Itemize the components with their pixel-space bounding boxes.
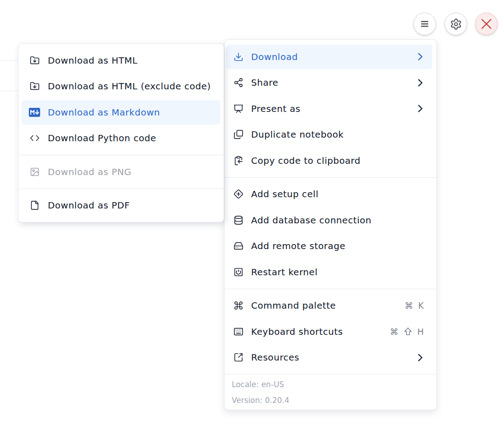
diamond-plus-icon <box>234 189 243 199</box>
menu-item-present-as[interactable]: Present as <box>226 96 432 122</box>
menu-item-label: Command palette <box>251 300 405 311</box>
keyboard-icon <box>234 327 243 337</box>
close-button[interactable] <box>475 13 498 35</box>
menu-item-copy-code-to-clipboard[interactable]: Copy code to clipboard <box>226 148 432 174</box>
download-icon <box>234 52 243 62</box>
file-icon <box>30 200 40 210</box>
chevron-right-icon <box>417 105 424 112</box>
menu-separator <box>225 289 436 289</box>
database-icon <box>234 215 243 225</box>
menu-item-label: Download as HTML (exclude code) <box>48 81 214 92</box>
menu-item-label: Add setup cell <box>251 189 424 199</box>
menu-item-label: Add remote storage <box>251 240 424 251</box>
menu-item-download-as-html[interactable]: Download as HTML <box>22 47 220 74</box>
menu-item-label: Resources <box>251 352 417 363</box>
x-icon <box>481 18 492 30</box>
copy-icon <box>234 130 243 139</box>
menu-item-label: Share <box>251 77 417 88</box>
image-icon <box>30 167 40 177</box>
hamburger-icon <box>419 18 430 29</box>
hard-drive-icon <box>234 241 243 251</box>
chevron-right-icon <box>417 53 424 60</box>
menu-item-label: Download as HTML <box>48 55 214 66</box>
background-cell-border-2 <box>0 91 18 91</box>
menu-item-share[interactable]: Share <box>226 70 432 96</box>
menu-item-restart-kernel[interactable]: Restart kernel <box>226 259 432 285</box>
folder-down-icon <box>30 56 40 65</box>
menu-item-label: Copy code to clipboard <box>251 155 424 166</box>
presentation-icon <box>234 104 243 114</box>
menu-separator <box>18 189 224 189</box>
menu-item-duplicate-notebook[interactable]: Duplicate notebook <box>226 122 432 148</box>
background-cell-border-1 <box>0 60 18 60</box>
share-icon <box>234 78 243 88</box>
settings-button[interactable] <box>444 13 467 35</box>
menu-item-add-database-connection[interactable]: Add database connection <box>226 207 432 233</box>
gear-icon <box>450 18 462 30</box>
menu-item-label: Keyboard shortcuts <box>251 326 390 337</box>
menu-item-label: Download as PNG <box>48 166 214 177</box>
menu-item-command-palette[interactable]: Command palette⌘K <box>226 293 432 319</box>
command-icon <box>234 301 243 310</box>
menu-item-label: Restart kernel <box>251 267 424 278</box>
locale-text: Locale: en-US <box>232 377 429 393</box>
menu-item-keyboard-shortcuts[interactable]: Keyboard shortcuts⌘H <box>226 319 432 345</box>
shift-icon <box>403 327 412 336</box>
menu-item-add-remote-storage[interactable]: Add remote storage <box>226 233 432 259</box>
markdown-download-icon <box>29 108 40 117</box>
menu-footer: Locale: en-US Version: 0.20.4 <box>225 374 436 408</box>
notebook-actions-menu: DownloadSharePresent asDuplicate noteboo… <box>224 39 437 410</box>
menu-item-label: Download Python code <box>48 133 214 143</box>
menu-item-label: Duplicate notebook <box>251 129 424 140</box>
square-power-icon <box>234 267 243 277</box>
chevron-right-icon <box>417 79 424 87</box>
menu-item-label: Add database connection <box>251 215 424 226</box>
menu-item-download-python-code[interactable]: Download Python code <box>22 125 220 152</box>
menu-item-add-setup-cell[interactable]: Add setup cell <box>226 181 432 208</box>
external-link-icon <box>234 352 243 362</box>
folder-down-icon <box>30 81 40 91</box>
menu-item-download-as-markdown[interactable]: Download as Markdown <box>22 99 220 125</box>
menu-item-label: Download as PDF <box>48 200 214 211</box>
menu-item-download[interactable]: Download <box>226 44 432 70</box>
menu-separator <box>18 155 224 155</box>
keyboard-shortcut: ⌘H <box>390 327 424 337</box>
menu-item-download-as-pdf[interactable]: Download as PDF <box>22 193 220 219</box>
menu-item-download-as-png[interactable]: Download as PNG <box>22 159 220 185</box>
menu-separator <box>225 177 436 178</box>
notebook-menu-button[interactable] <box>413 13 436 35</box>
menu-item-download-as-html-exclude-code[interactable]: Download as HTML (exclude code) <box>22 74 220 100</box>
version-text: Version: 0.20.4 <box>232 393 429 408</box>
download-submenu: Download as HTMLDownload as HTML (exclud… <box>18 43 224 222</box>
menu-item-resources[interactable]: Resources <box>226 345 432 371</box>
code-icon <box>30 133 40 143</box>
clipboard-copy-icon <box>234 156 243 166</box>
menu-item-label: Present as <box>251 103 417 114</box>
keyboard-shortcut: ⌘K <box>405 301 424 310</box>
chevron-right-icon <box>417 354 424 361</box>
menu-item-label: Download <box>251 51 417 62</box>
menu-item-label: Download as Markdown <box>48 107 214 118</box>
